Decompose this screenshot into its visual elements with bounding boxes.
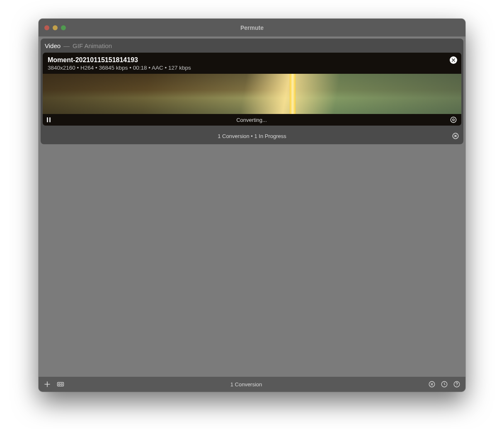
help-button[interactable] bbox=[453, 381, 460, 388]
content-area: Video — GIF Animation Moment-20210115151… bbox=[39, 36, 465, 377]
window-title: Permute bbox=[39, 24, 465, 31]
traffic-lights bbox=[39, 25, 66, 30]
presets-icon bbox=[57, 381, 64, 388]
pause-button[interactable] bbox=[47, 117, 53, 122]
app-window: Permute Video — GIF Animation Moment-202… bbox=[39, 19, 465, 392]
svg-point-1 bbox=[453, 119, 455, 121]
category-label: Video bbox=[45, 42, 61, 49]
zoom-window-button[interactable] bbox=[61, 25, 66, 30]
cancel-circle-icon bbox=[452, 132, 459, 140]
cancel-all-button[interactable] bbox=[428, 381, 436, 388]
separator: — bbox=[63, 42, 70, 49]
toolbar-right bbox=[428, 381, 460, 388]
help-icon bbox=[453, 381, 460, 388]
conversion-status: Converting... bbox=[53, 117, 450, 123]
titlebar[interactable]: Permute bbox=[39, 19, 465, 36]
close-icon bbox=[452, 58, 455, 62]
gear-icon bbox=[450, 116, 457, 124]
cancel-circle-icon bbox=[428, 381, 436, 388]
presets-button[interactable] bbox=[57, 381, 64, 388]
conversion-group: Video — GIF Animation Moment-20210115151… bbox=[41, 39, 463, 144]
svg-point-4 bbox=[58, 383, 60, 385]
item-header: Moment-20210115151814193 3840x2160 • H26… bbox=[43, 53, 461, 74]
remove-item-button[interactable] bbox=[450, 56, 457, 64]
close-window-button[interactable] bbox=[44, 25, 49, 30]
toolbar-summary: 1 Conversion bbox=[64, 381, 428, 388]
file-metadata: 3840x2160 • H264 • 36845 kbps • 00:18 • … bbox=[48, 65, 456, 71]
svg-point-5 bbox=[61, 383, 63, 385]
cancel-group-button[interactable] bbox=[452, 132, 459, 140]
add-button[interactable] bbox=[44, 381, 51, 388]
video-thumbnail bbox=[43, 74, 461, 114]
file-name: Moment-20210115151814193 bbox=[48, 56, 456, 64]
clock-icon bbox=[441, 381, 448, 388]
group-summary: 1 Conversion • 1 In Progress bbox=[41, 133, 463, 139]
group-header[interactable]: Video — GIF Animation bbox=[41, 39, 463, 53]
group-footer: 1 Conversion • 1 In Progress bbox=[41, 128, 463, 144]
bottom-toolbar: 1 Conversion bbox=[39, 377, 465, 392]
item-settings-button[interactable] bbox=[450, 116, 457, 124]
toolbar-left bbox=[44, 381, 64, 388]
item-controls: Converting... bbox=[43, 114, 461, 126]
history-button[interactable] bbox=[441, 381, 448, 388]
target-format-label[interactable]: GIF Animation bbox=[73, 42, 112, 49]
conversion-item: Moment-20210115151814193 3840x2160 • H26… bbox=[43, 53, 461, 126]
pause-icon bbox=[47, 117, 48, 122]
minimize-window-button[interactable] bbox=[53, 25, 58, 30]
svg-point-9 bbox=[456, 385, 457, 386]
plus-icon bbox=[44, 381, 51, 388]
